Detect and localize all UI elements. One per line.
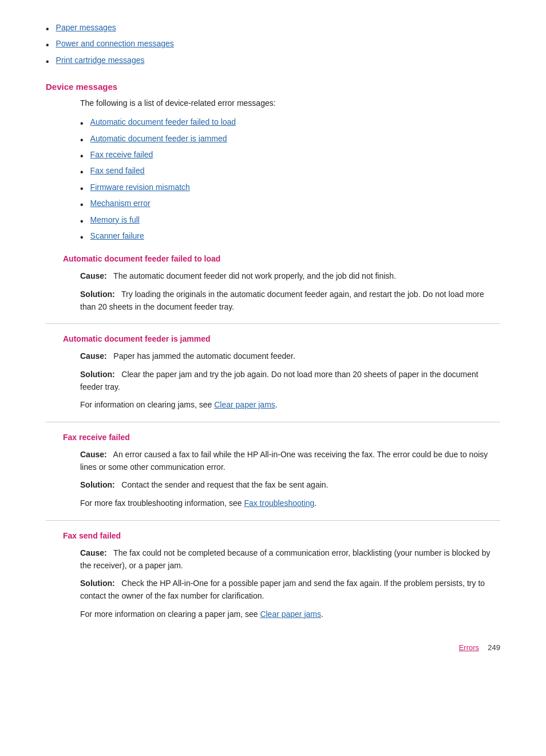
cause-label-2: Cause: bbox=[80, 351, 107, 361]
adf-load-cause: Cause: The automatic document feeder did… bbox=[80, 270, 500, 283]
solution-text-3: Contact the sender and request that the … bbox=[121, 480, 328, 489]
device-messages-list: • Automatic document feeder failed to lo… bbox=[80, 117, 500, 244]
section-adf-load: Automatic document feeder failed to load… bbox=[46, 254, 500, 324]
top-bullet-power: • Power and connection messages bbox=[46, 39, 500, 52]
fax-troubleshooting-link[interactable]: Fax troubleshooting bbox=[244, 498, 314, 508]
cause-label-1: Cause: bbox=[80, 271, 107, 280]
cause-text-3: An error caused a fax to fail while the … bbox=[80, 450, 488, 472]
section-fax-receive: Fax receive failed Cause: An error cause… bbox=[46, 433, 500, 521]
fax-send-cause: Cause: The fax could not be completed be… bbox=[80, 547, 500, 572]
bullet-dot: • bbox=[46, 39, 49, 52]
device-messages-heading: Device messages bbox=[46, 82, 500, 92]
cause-text-2: Paper has jammed the automatic document … bbox=[113, 351, 295, 361]
power-connection-link[interactable]: Power and connection messages bbox=[56, 39, 174, 48]
device-messages-section: Device messages The following is a list … bbox=[46, 82, 500, 244]
solution-label-3: Solution: bbox=[80, 480, 115, 489]
fax-receive-solution: Solution: Contact the sender and request… bbox=[80, 479, 500, 492]
solution-text-1: Try loading the originals in the automat… bbox=[80, 290, 484, 311]
bullet-dot: • bbox=[80, 199, 84, 211]
scanner-link[interactable]: Scanner failure bbox=[90, 231, 144, 240]
paper-messages-link[interactable]: Paper messages bbox=[56, 23, 116, 32]
clear-paper-jams-link-4[interactable]: Clear paper jams bbox=[260, 609, 321, 619]
top-bullet-paper: • Paper messages bbox=[46, 23, 500, 35]
bullet-dot: • bbox=[46, 23, 49, 35]
fax-send-link[interactable]: Fax send failed bbox=[90, 166, 145, 175]
divider-1 bbox=[46, 323, 500, 324]
fax-receive-link[interactable]: Fax receive failed bbox=[90, 150, 153, 159]
fax-send-heading: Fax send failed bbox=[63, 531, 500, 540]
clear-paper-jams-link-2[interactable]: Clear paper jams bbox=[214, 400, 275, 409]
cause-label-3: Cause: bbox=[80, 450, 107, 459]
bullet-dot: • bbox=[80, 150, 84, 163]
device-messages-intro: The following is a list of device-relate… bbox=[80, 97, 500, 109]
cause-text-4: The fax could not be completed because o… bbox=[80, 548, 490, 570]
solution-text-2: Clear the paper jam and try the job agai… bbox=[80, 370, 478, 391]
fax-send-solution: Solution: Check the HP All-in-One for a … bbox=[80, 577, 500, 602]
solution-label-4: Solution: bbox=[80, 579, 115, 588]
adf-jammed-cause: Cause: Paper has jammed the automatic do… bbox=[80, 350, 500, 363]
list-item-firmware: • Firmware revision mismatch bbox=[80, 183, 500, 195]
footer-bar: Errors 249 bbox=[46, 643, 500, 652]
bullet-dot: • bbox=[80, 166, 84, 179]
fax-receive-extra: For more fax troubleshooting information… bbox=[80, 497, 500, 510]
adf-load-heading: Automatic document feeder failed to load bbox=[63, 254, 500, 263]
bullet-dot: • bbox=[80, 183, 84, 195]
extra-prefix-4: For more information on clearing a paper… bbox=[80, 609, 260, 619]
top-bullet-list: • Paper messages • Power and connection … bbox=[46, 23, 500, 68]
list-item-fax-send: • Fax send failed bbox=[80, 166, 500, 179]
adf-load-content: Cause: The automatic document feeder did… bbox=[80, 270, 500, 313]
solution-label-2: Solution: bbox=[80, 370, 115, 379]
section-adf-jammed: Automatic document feeder is jammed Caus… bbox=[46, 334, 500, 422]
adf-jammed-solution: Solution: Clear the paper jam and try th… bbox=[80, 369, 500, 393]
mechanism-link[interactable]: Mechanism error bbox=[90, 199, 151, 208]
bullet-dot: • bbox=[80, 117, 84, 130]
extra-suffix-4: . bbox=[321, 609, 323, 619]
divider-2 bbox=[46, 422, 500, 422]
list-item-fax-receive: • Fax receive failed bbox=[80, 150, 500, 163]
fax-receive-cause: Cause: An error caused a fax to fail whi… bbox=[80, 449, 500, 473]
bullet-dot: • bbox=[80, 231, 84, 244]
solution-text-4: Check the HP All-in-One for a possible p… bbox=[80, 579, 485, 600]
list-item-adf-load: • Automatic document feeder failed to lo… bbox=[80, 117, 500, 130]
footer-errors-label: Errors bbox=[459, 643, 479, 652]
fax-send-extra: For more information on clearing a paper… bbox=[80, 608, 500, 621]
adf-jammed-heading: Automatic document feeder is jammed bbox=[63, 334, 500, 343]
extra-suffix-3: . bbox=[314, 498, 316, 508]
cause-label-4: Cause: bbox=[80, 548, 107, 557]
top-bullet-cartridge: • Print cartridge messages bbox=[46, 56, 500, 68]
list-item-adf-jammed: • Automatic document feeder is jammed bbox=[80, 134, 500, 147]
adf-jammed-link[interactable]: Automatic document feeder is jammed bbox=[90, 134, 227, 143]
fax-receive-content: Cause: An error caused a fax to fail whi… bbox=[80, 449, 500, 510]
list-item-mechanism: • Mechanism error bbox=[80, 199, 500, 211]
list-item-memory: • Memory is full bbox=[80, 215, 500, 228]
extra-suffix-2: . bbox=[275, 400, 278, 409]
fax-send-content: Cause: The fax could not be completed be… bbox=[80, 547, 500, 620]
extra-prefix-3: For more fax troubleshooting information… bbox=[80, 498, 244, 508]
adf-jammed-content: Cause: Paper has jammed the automatic do… bbox=[80, 350, 500, 411]
firmware-link[interactable]: Firmware revision mismatch bbox=[90, 183, 190, 192]
print-cartridge-link[interactable]: Print cartridge messages bbox=[56, 56, 145, 65]
section-fax-send: Fax send failed Cause: The fax could not… bbox=[46, 531, 500, 620]
adf-load-solution: Solution: Try loading the originals in t… bbox=[80, 288, 500, 313]
bullet-dot: • bbox=[80, 134, 84, 147]
solution-label-1: Solution: bbox=[80, 290, 115, 299]
memory-link[interactable]: Memory is full bbox=[90, 215, 140, 224]
bullet-dot: • bbox=[46, 56, 49, 68]
extra-prefix-2: For information on clearing jams, see bbox=[80, 400, 214, 409]
divider-3 bbox=[46, 520, 500, 521]
bullet-dot: • bbox=[80, 215, 84, 228]
adf-load-link[interactable]: Automatic document feeder failed to load bbox=[90, 117, 236, 126]
list-item-scanner: • Scanner failure bbox=[80, 231, 500, 244]
cause-text-1: The automatic document feeder did not wo… bbox=[113, 271, 396, 280]
fax-receive-heading: Fax receive failed bbox=[63, 433, 500, 442]
adf-jammed-extra: For information on clearing jams, see Cl… bbox=[80, 399, 500, 411]
footer-page-number: 249 bbox=[484, 643, 500, 652]
